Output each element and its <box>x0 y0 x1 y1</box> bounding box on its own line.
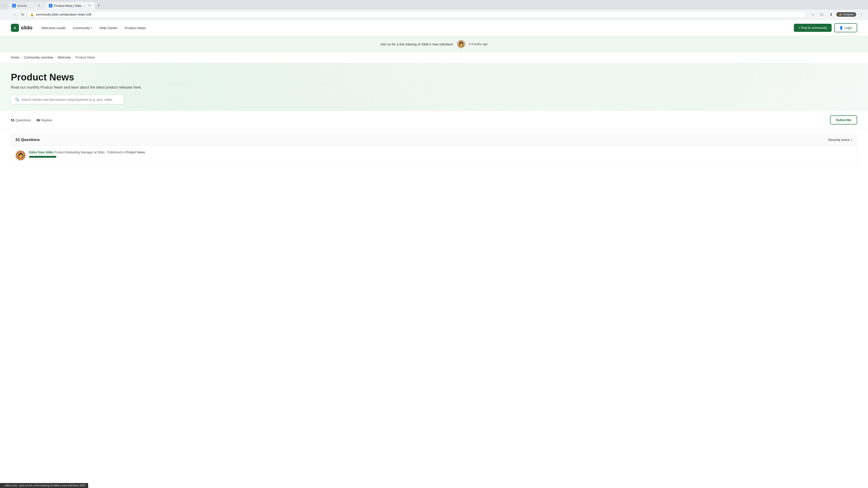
banner-text: Join us for a live training of Slido's n… <box>380 42 454 46</box>
reload-button[interactable]: ↻ <box>19 11 26 18</box>
hero-title: Product News <box>11 72 857 83</box>
sort-dropdown[interactable]: Recently active ▾ <box>828 138 852 142</box>
subscribe-button[interactable]: Subscribe <box>830 116 857 125</box>
question-item: 👩 Dáša from Slido Product Marketing Mana… <box>11 146 857 165</box>
breadcrumb-current: Product News <box>75 56 95 59</box>
search-input[interactable] <box>22 98 120 101</box>
tab-events-title: Events <box>18 4 35 7</box>
stats-counts: 51 Questions 36 Replies <box>11 118 52 122</box>
tab-product-news-favicon: S <box>49 4 53 7</box>
page-content: s slido Welcome Guide Community ▾ Help C… <box>0 20 868 488</box>
training-banner[interactable]: Join us for a live training of Slido's n… <box>0 36 868 52</box>
incognito-badge: 🕵 Incognito <box>836 12 856 17</box>
nav-community[interactable]: Community ▾ <box>73 26 92 30</box>
tab-bar: ⌄ S Events ✕ S Product News | Slido Comm… <box>0 0 868 9</box>
forward-button[interactable]: → <box>11 11 18 18</box>
question-avatar: 👩 <box>16 151 26 160</box>
nav-help-center[interactable]: Help Center <box>99 26 118 30</box>
stats-bar: 51 Questions 36 Replies Subscribe <box>0 111 868 129</box>
browser-toolbar: ← → ↻ 🔒 community.slido.com/product-news… <box>0 9 868 20</box>
breadcrumb-sep-1: › <box>21 56 22 59</box>
nav-product-news[interactable]: Product News <box>125 26 146 30</box>
questions-total-count: 51 Questions <box>16 138 40 142</box>
logo[interactable]: s slido <box>11 24 32 32</box>
logo-text: slido <box>21 25 32 31</box>
extensions-icon[interactable]: ⬡ <box>818 11 826 18</box>
bookmark-icon[interactable]: ☆ <box>809 11 816 18</box>
incognito-label: Incognito <box>843 13 854 16</box>
tab-list-dropdown[interactable]: ⌄ <box>2 2 8 9</box>
new-tab-button[interactable]: + <box>95 2 102 9</box>
questions-header: 51 Questions Recently active ▾ <box>11 134 857 146</box>
menu-icon[interactable]: ⋮ <box>858 11 865 18</box>
hero-subtitle: Read our monthly Product News and learn … <box>11 86 857 90</box>
browser-chrome: ⌄ S Events ✕ S Product News | Slido Comm… <box>0 0 868 20</box>
search-icon: 🔍 <box>15 97 19 102</box>
top-nav: s slido Welcome Guide Community ▾ Help C… <box>0 20 868 36</box>
hero-section: Product News Read our monthly Product Ne… <box>0 63 868 111</box>
status-url: ...slido.com/.../join-us-for-a-live-trai… <box>3 484 86 487</box>
address-text: community.slido.com/product-news-108 <box>36 13 804 16</box>
green-progress-bar <box>29 156 56 158</box>
nav-links: Welcome Guide Community ▾ Help Center Pr… <box>41 26 786 30</box>
tab-product-news[interactable]: S Product News | Slido Communi... ✕ <box>45 2 95 9</box>
tab-events-favicon: S <box>12 4 16 7</box>
logo-icon: s <box>11 24 19 32</box>
address-bar[interactable]: 🔒 community.slido.com/product-news-108 <box>27 11 807 18</box>
nav-welcome-guide[interactable]: Welcome Guide <box>41 26 65 30</box>
breadcrumb: Home › Community overview › Welcome › Pr… <box>0 52 868 63</box>
questions-label: Questions <box>16 118 31 122</box>
breadcrumb-welcome[interactable]: Welcome <box>58 56 71 59</box>
tab-events[interactable]: S Events ✕ <box>8 2 45 9</box>
login-button[interactable]: 👤 Login <box>834 23 857 32</box>
banner-time: 4 months ago <box>469 42 488 46</box>
question-published: · Published in Product News <box>105 151 145 154</box>
breadcrumb-community-overview[interactable]: Community overview <box>24 56 53 59</box>
incognito-icon: 🕵 <box>839 13 842 16</box>
toolbar-actions: ☆ ⬡ ⬇ 🕵 Incognito ⋮ <box>809 11 865 18</box>
sort-label: Recently active <box>828 138 850 142</box>
banner-avatar: 👩 <box>457 40 465 48</box>
replies-stat: 36 Replies <box>36 118 52 122</box>
question-published-location[interactable]: Product News <box>125 151 145 154</box>
nav-actions: + Post to community 👤 Login <box>794 23 857 32</box>
questions-count: 51 <box>11 118 15 122</box>
login-user-icon: 👤 <box>839 26 843 30</box>
questions-section: 51 Questions Recently active ▾ 👩 Dáša fr… <box>0 129 868 170</box>
search-box[interactable]: 🔍 <box>11 95 124 104</box>
back-button[interactable]: ← <box>3 11 10 18</box>
breadcrumb-sep-3: › <box>72 56 73 59</box>
post-to-community-button[interactable]: + Post to community <box>794 24 832 32</box>
replies-count: 36 <box>36 118 40 122</box>
tab-product-news-close[interactable]: ✕ <box>87 4 91 8</box>
sort-dropdown-arrow: ▾ <box>851 138 852 141</box>
question-meta: Dáša from Slido Product Marketing Manage… <box>29 151 145 158</box>
question-role: Product Marketing Manager at Slido <box>54 151 104 154</box>
question-author[interactable]: Dáša from Slido <box>29 151 53 154</box>
questions-stat: 51 Questions <box>11 118 31 122</box>
breadcrumb-sep-2: › <box>55 56 56 59</box>
tab-product-news-title: Product News | Slido Communi... <box>54 4 86 7</box>
status-bar: ...slido.com/.../join-us-for-a-live-trai… <box>0 483 88 488</box>
replies-label: Replies <box>41 118 52 122</box>
breadcrumb-home[interactable]: Home <box>11 56 19 59</box>
download-icon[interactable]: ⬇ <box>827 11 835 18</box>
lock-icon: 🔒 <box>30 13 34 16</box>
tab-events-close[interactable]: ✕ <box>37 4 41 8</box>
community-dropdown-arrow: ▾ <box>91 26 92 29</box>
